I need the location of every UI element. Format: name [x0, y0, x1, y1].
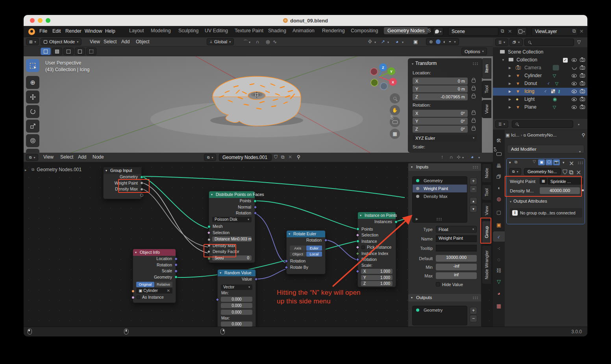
blender-logo-icon[interactable] [28, 28, 35, 35]
toggle-cage-icon[interactable]: ▽ [531, 159, 537, 165]
list-resize-grip[interactable] [436, 218, 442, 221]
shading-material-icon[interactable]: ◐ [443, 39, 446, 44]
modifier-extras-icon[interactable]: ▾ [563, 161, 565, 164]
tab-view[interactable]: View [482, 100, 491, 118]
viewlayer-browse-button[interactable]: ▾ [517, 27, 527, 36]
scale-y-field[interactable]: Y1.000 [361, 275, 393, 280]
socket-normal-out[interactable] [253, 205, 257, 209]
node-snap-target-icon[interactable]: ⊹ [457, 154, 461, 160]
location-y-field[interactable]: Y0 m [413, 85, 468, 92]
output-attributes-panel-header[interactable]: ▾Output Attributes [510, 199, 547, 203]
socket-geometry-out[interactable] [140, 176, 143, 179]
workspace-tab-texture-paint[interactable]: Texture Paint [235, 28, 263, 33]
lock-location-z-icon[interactable] [472, 95, 476, 98]
panel-grip[interactable] [472, 166, 478, 169]
socket-rotation-out[interactable] [253, 211, 257, 215]
move-input-down-button[interactable]: ▼ [470, 205, 477, 212]
socket-weight-paint-out[interactable] [140, 181, 143, 185]
add-output-button[interactable]: + [470, 307, 477, 314]
socket-rotation-in[interactable] [355, 258, 359, 262]
rotation-mode-dropdown[interactable]: XYZ Euler▾ [413, 135, 477, 142]
panel-grip[interactable] [472, 296, 478, 299]
tool-transform[interactable] [26, 134, 39, 147]
node-menu-node[interactable]: Node [93, 154, 104, 160]
modifier-expand-icon[interactable]: ▾ [509, 161, 511, 164]
min-field[interactable]: -inf [436, 264, 477, 270]
modifier-drag-grip[interactable] [578, 161, 583, 164]
workspace-tab-layout[interactable]: Layout [129, 28, 144, 33]
outliner-row-camera[interactable]: ▶ Camera [493, 64, 587, 72]
distribute-method-dropdown[interactable]: Poisson Disk▾ [212, 217, 252, 222]
node-random-value[interactable]: Random Value Value Vector▾ Min: 0.000 0.… [217, 269, 256, 327]
modifier-delete-icon[interactable]: ✕ [569, 160, 574, 167]
list-filter-expand-icon[interactable]: ▶ [416, 217, 418, 221]
default-field[interactable]: 10000.000 [436, 255, 477, 262]
tab-group[interactable]: Group [482, 221, 491, 244]
min-x-field[interactable]: 0.000 [221, 297, 252, 302]
socket-rotation-out[interactable] [324, 238, 328, 242]
node-menu-select[interactable]: Select [60, 154, 73, 160]
outliner-row-collection[interactable]: ▼ Collection ✓ [493, 56, 587, 64]
outliner-row-light[interactable]: ▶ ● Light ◉ [493, 96, 587, 103]
filter-funnel-icon[interactable]: ▽ [577, 39, 581, 45]
outliner-editor-type-button[interactable]: ☰▾ [495, 39, 508, 46]
select-mode-invert-button[interactable] [75, 48, 85, 55]
tab-scene-props[interactable]: ◖ [493, 183, 505, 193]
location-z-field[interactable]: Z-0.007965 m [413, 93, 468, 100]
rotate-space-toggle[interactable]: ObjectLocal [290, 251, 322, 257]
toggle-perspective-button[interactable]: ▦ [390, 129, 400, 139]
tab-material-props[interactable]: ◕ [493, 288, 505, 298]
node-object-info[interactable]: Object Info Location Rotation Scale Geom… [133, 249, 176, 303]
outliner-row-donut[interactable]: ▶ ▼ Donut ⌐ ▽ [493, 80, 587, 88]
proportional-falloff-icon[interactable]: ∿ [273, 39, 277, 44]
socket-min-in[interactable] [215, 297, 219, 301]
min-y-field[interactable]: 0.000 [221, 303, 252, 308]
socket-rotation-out[interactable] [174, 263, 178, 266]
proportional-editing-icon[interactable]: ◎ [266, 39, 270, 44]
workspace-tab-sculpting[interactable]: Sculpting [178, 28, 198, 33]
node-editor-type-button[interactable]: ⧉▾ [26, 154, 38, 161]
socket-distance-min-in[interactable] [207, 238, 211, 241]
rotation-x-field[interactable]: X0° [413, 110, 468, 117]
outliner-row-plane[interactable]: ▶ ▼ Plane ▽ [493, 103, 587, 111]
socket-seed-in[interactable] [207, 257, 211, 260]
tab-render-props[interactable] [493, 149, 505, 159]
viewlayer-new-icon[interactable]: ⧉ [572, 28, 576, 34]
socket-selection-in[interactable] [207, 231, 211, 235]
viewport-menu-view[interactable]: View [90, 39, 100, 44]
socket-points-in[interactable] [356, 227, 359, 231]
menu-window[interactable]: Window [85, 28, 102, 34]
tab-world-props[interactable]: ◍ [493, 194, 505, 204]
outliner-search-input[interactable] [524, 39, 574, 46]
node-group-name-field[interactable]: Geometry No... [524, 168, 561, 175]
remove-input-button[interactable]: − [470, 185, 477, 193]
tab-texture-props[interactable]: ▦ [493, 301, 505, 311]
workspace-tab-modeling[interactable]: Modeling [151, 28, 171, 33]
tab-particles-props[interactable]: ⁖ [493, 243, 505, 253]
snap-target-icon[interactable]: ⌒ [243, 39, 248, 46]
name-field[interactable]: Weight Paint [436, 235, 477, 242]
socket-rotate-by-in[interactable] [284, 265, 288, 269]
hide-eye-closed-icon[interactable] [572, 67, 577, 70]
hide-eye-icon[interactable] [572, 98, 577, 101]
hide-eye-icon[interactable] [572, 74, 577, 78]
input-item-density-max[interactable]: Density Max [413, 192, 467, 200]
camera-view-button[interactable] [390, 117, 400, 127]
tab-data-props[interactable]: ▽ [493, 276, 505, 286]
fake-user-shield-icon[interactable]: ⛉ [274, 154, 278, 160]
lock-location-x-icon[interactable] [472, 79, 476, 83]
socket-value-out[interactable] [254, 277, 258, 281]
pin-id-icon[interactable]: ⚲ [582, 132, 585, 138]
min-z-field[interactable]: 0.000 [221, 310, 252, 315]
breadcrumb-modifier[interactable]: GeometryNo... [527, 133, 557, 137]
node-rotate-euler[interactable]: Rotate Euler Rotation Axis AngleEuler Ob… [286, 230, 326, 274]
inputs-panel-header[interactable]: Inputs [408, 163, 481, 171]
snap-magnet-icon[interactable]: ∩ [256, 39, 259, 44]
menu-file[interactable]: File [39, 28, 47, 34]
maximize-window-button[interactable] [46, 18, 50, 23]
hide-value-row[interactable]: Hide Value [436, 282, 463, 287]
fake-user-shield-icon[interactable]: ⛉ [563, 169, 567, 176]
socket-density-max-out[interactable] [140, 188, 143, 191]
tab-node-wrangler[interactable]: Node Wrangler [482, 246, 491, 284]
socket-virtual[interactable] [140, 194, 143, 197]
